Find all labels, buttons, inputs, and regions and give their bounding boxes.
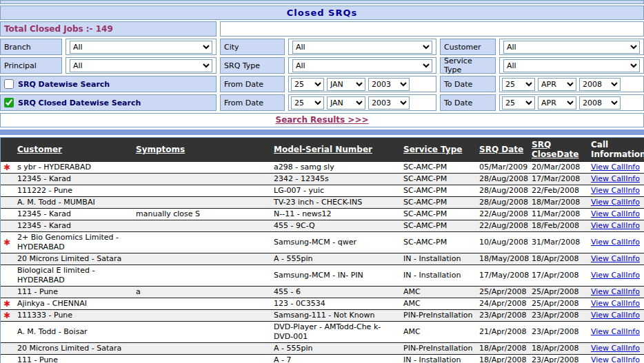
- srq-from-year-select[interactable]: 2003: [368, 78, 410, 91]
- from-date-label-2: From Date: [220, 94, 285, 111]
- model-serial-cell: Samsung-MCM - IN- PIN: [271, 265, 401, 287]
- divider-bar: [0, 129, 644, 135]
- srq-closedate-column-header[interactable]: SRQ CloseDate: [529, 138, 588, 162]
- view-callinfo-link[interactable]: View CallInfo: [591, 221, 640, 230]
- srq-closedate-cell: 17/Apr/2008: [529, 265, 588, 287]
- results-table-container: Customer Symptoms Model-Serial Number Se…: [0, 137, 644, 363]
- srq-closed-datewise-row: SRQ Closed Datewise Search From Date 25 …: [0, 94, 644, 111]
- symptoms-cell: [133, 185, 271, 197]
- symptoms-cell: [133, 310, 271, 322]
- view-callinfo-link[interactable]: View CallInfo: [591, 287, 640, 296]
- call-info-cell: View CallInfo: [588, 209, 644, 220]
- view-callinfo-link[interactable]: View CallInfo: [591, 238, 640, 247]
- star-cell-empty: [1, 322, 14, 343]
- table-row: ✱2+ Bio Genomics Limited - HYDERABADSams…: [1, 232, 644, 253]
- results-table: Customer Symptoms Model-Serial Number Se…: [1, 138, 644, 363]
- search-results-link[interactable]: Search Results >>>: [275, 115, 368, 125]
- city-select[interactable]: All: [292, 41, 432, 54]
- principal-select[interactable]: All: [70, 59, 212, 72]
- srq-closed-datewise-checkbox[interactable]: [4, 98, 14, 107]
- call-info-cell: View CallInfo: [588, 197, 644, 209]
- view-callinfo-link[interactable]: View CallInfo: [591, 299, 640, 308]
- srq-date-cell: 28/Aug/2008: [476, 185, 529, 197]
- branch-select[interactable]: All: [70, 41, 212, 54]
- customer-select[interactable]: All: [503, 41, 640, 54]
- table-header-row: Customer Symptoms Model-Serial Number Se…: [1, 138, 644, 162]
- service-type-column-header[interactable]: Service Type: [401, 138, 476, 162]
- table-row: 20 Microns Limited - SataraA - 555pinPIN…: [1, 343, 644, 355]
- srq-date-column-header[interactable]: SRQ Date: [476, 138, 529, 162]
- city-select-cell: All: [288, 39, 436, 55]
- service-type-cell: SC-AMC-PM: [401, 197, 476, 209]
- service-type-select-cell: All: [499, 57, 644, 74]
- model-serial-cell: 455 - 9C-Q: [271, 220, 401, 232]
- view-callinfo-link[interactable]: View CallInfo: [591, 344, 640, 353]
- srq-type-select[interactable]: All: [292, 59, 432, 72]
- call-information-column-header: Call Information: [588, 138, 644, 162]
- model-serial-cell: Samsang-111 - Not Known: [271, 310, 401, 322]
- srq-datewise-row: SRQ Datewise Search From Date 25 JAN 200…: [0, 76, 644, 92]
- view-callinfo-link[interactable]: View CallInfo: [591, 254, 640, 263]
- srq-closed-datewise-label: SRQ Closed Datewise Search: [18, 98, 141, 107]
- customer-cell: Biological E limited - HYDERABAD: [14, 265, 133, 287]
- srq-closed-datewise-cell: SRQ Closed Datewise Search: [0, 94, 217, 111]
- srq-to-month-select[interactable]: APR: [538, 78, 576, 91]
- view-callinfo-link[interactable]: View CallInfo: [591, 174, 640, 183]
- srq-closedate-cell: 20/Mar/2008: [529, 162, 588, 174]
- view-callinfo-link[interactable]: View CallInfo: [591, 198, 640, 207]
- srq-closedate-cell: 23/Apr/2008: [529, 310, 588, 322]
- call-info-cell: View CallInfo: [588, 265, 644, 287]
- filter-row-1: Branch All City All Customer All: [0, 39, 644, 55]
- srq-datewise-checkbox[interactable]: [4, 79, 14, 89]
- service-type-cell: SC-AMC-PM: [401, 174, 476, 185]
- star-cell-empty: [1, 174, 14, 185]
- srq-date-cell: 22/Aug/2008: [476, 220, 529, 232]
- symptoms-column-header[interactable]: Symptoms: [133, 138, 271, 162]
- to-date-label: To Date: [440, 76, 496, 92]
- service-type-cell: SC-AMC-PM: [401, 232, 476, 253]
- priority-star-icon: ✱: [1, 162, 14, 174]
- srq-to-year-select[interactable]: 2008: [579, 78, 621, 91]
- call-info-cell: View CallInfo: [588, 162, 644, 174]
- star-cell-empty: [1, 265, 14, 287]
- service-type-cell: AMC: [401, 287, 476, 298]
- srq-to-day-select[interactable]: 25: [502, 78, 535, 91]
- priority-star-icon: ✱: [1, 232, 14, 253]
- model-serial-cell: N--11 - news12: [271, 209, 401, 220]
- service-type-cell: SC-AMC-PM: [401, 162, 476, 174]
- srq-to-dates-cell: 25 APR 2008: [499, 76, 644, 92]
- empty-textbox[interactable]: [220, 21, 644, 37]
- view-callinfo-link[interactable]: View CallInfo: [591, 186, 640, 195]
- customer-column-header[interactable]: Customer: [14, 138, 133, 162]
- from-date-label: From Date: [220, 76, 285, 92]
- symptoms-cell: [133, 220, 271, 232]
- srq-from-month-select[interactable]: JAN: [327, 78, 365, 91]
- model-serial-column-header[interactable]: Model-Serial Number: [271, 138, 401, 162]
- srq-closedate-cell: 22/Feb/2008: [529, 185, 588, 197]
- table-row: 111222 - PuneLG-007 - yuicSC-AMC-PM28/Au…: [1, 185, 644, 197]
- closed-to-month-select[interactable]: APR: [538, 96, 576, 110]
- view-callinfo-link[interactable]: View CallInfo: [591, 209, 640, 218]
- closed-to-dates-cell: 25 APR 2008: [499, 94, 644, 111]
- service-type-cell: IN - Installation: [401, 355, 476, 363]
- closed-to-day-select[interactable]: 25: [502, 96, 535, 110]
- view-callinfo-link[interactable]: View CallInfo: [591, 271, 640, 280]
- view-callinfo-link[interactable]: View CallInfo: [591, 311, 640, 320]
- view-callinfo-link[interactable]: View CallInfo: [591, 327, 640, 336]
- table-row: ✱s ybr - HYDERABADa298 - samg slySC-AMC-…: [1, 162, 644, 174]
- table-row: ✱111333 - PuneSamsang-111 - Not KnownPIN…: [1, 310, 644, 322]
- closed-from-day-select[interactable]: 25: [291, 96, 324, 110]
- srq-from-day-select[interactable]: 25: [291, 78, 324, 91]
- view-callinfo-link[interactable]: View CallInfo: [591, 355, 640, 363]
- closed-from-year-select[interactable]: 2003: [368, 96, 410, 110]
- view-callinfo-link[interactable]: View CallInfo: [591, 163, 640, 172]
- service-type-cell: PIN-PreInstallation: [401, 310, 476, 322]
- star-cell-empty: [1, 185, 14, 197]
- closed-from-month-select[interactable]: JAN: [327, 96, 365, 110]
- branch-label: Branch: [0, 39, 62, 55]
- model-serial-cell: LG-007 - yuic: [271, 185, 401, 197]
- table-row: 12345 - Karad455 - 9C-QSC-AMC-PM22/Aug/2…: [1, 220, 644, 232]
- closed-to-year-select[interactable]: 2008: [579, 96, 621, 110]
- srq-date-cell: 18/Apr/2008: [476, 343, 529, 355]
- service-type-select[interactable]: All: [503, 59, 640, 72]
